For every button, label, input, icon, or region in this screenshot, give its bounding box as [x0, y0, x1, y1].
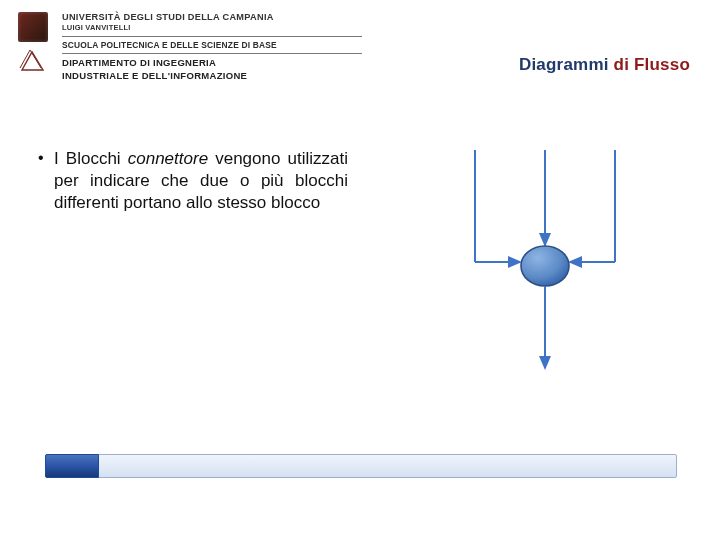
connector-node-icon [521, 246, 569, 286]
footer-bar [45, 454, 677, 478]
school-name: SCUOLA POLITECNICA E DELLE SCIENZE DI BA… [62, 40, 362, 50]
university-subname: LUIGI VANVITELLI [62, 23, 362, 32]
title-part-red: di Flusso [614, 55, 690, 74]
slide: UNIVERSITÀ DEGLI STUDI DELLA CAMPANIA LU… [0, 0, 720, 540]
bullet-content: I Blocchi connettore vengono utilizzati … [54, 148, 348, 213]
divider-line [62, 36, 362, 37]
bullet-dot-icon: • [38, 148, 54, 213]
school-logo-icon [18, 48, 48, 76]
bullet-text-prefix: I Blocchi [54, 149, 128, 168]
header-text-block: UNIVERSITÀ DEGLI STUDI DELLA CAMPANIA LU… [62, 12, 362, 82]
connector-diagram [420, 150, 670, 410]
university-name: UNIVERSITÀ DEGLI STUDI DELLA CAMPANIA [62, 12, 362, 22]
body-text: • I Blocchi connettore vengono utilizzat… [38, 148, 348, 213]
divider-line [62, 53, 362, 54]
footer-accent [45, 454, 99, 478]
institution-header: UNIVERSITÀ DEGLI STUDI DELLA CAMPANIA LU… [18, 12, 378, 102]
bullet-item: • I Blocchi connettore vengono utilizzat… [38, 148, 348, 213]
department-name-line2: INDUSTRIALE E DELL'INFORMAZIONE [62, 71, 362, 82]
title-part-blue: Diagrammi [519, 55, 609, 74]
slide-title: Diagrammi di Flusso [519, 55, 690, 75]
university-crest-icon [18, 12, 48, 42]
bullet-keyword: connettore [128, 149, 208, 168]
department-name-line1: DIPARTIMENTO DI INGEGNERIA [62, 58, 362, 69]
